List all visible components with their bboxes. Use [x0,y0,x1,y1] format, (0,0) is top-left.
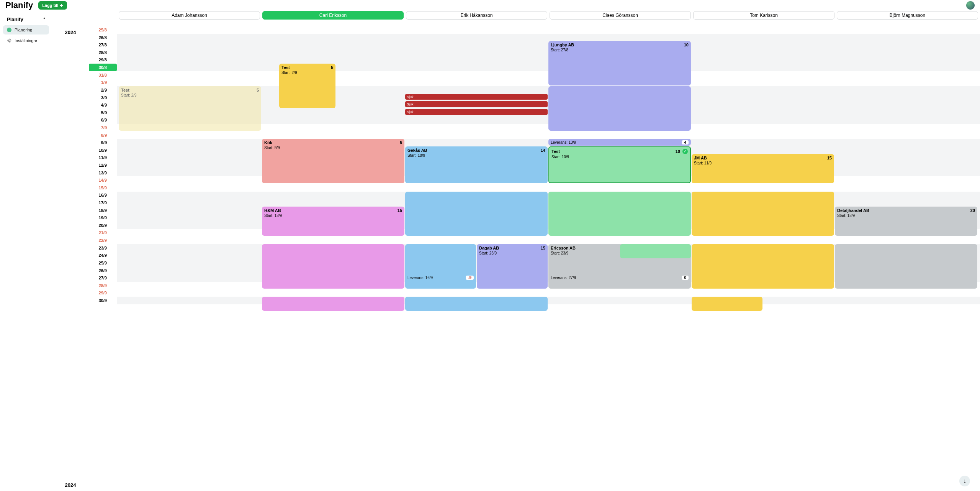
planning-block[interactable] [692,244,834,289]
date-row: 2/9 [89,86,117,94]
planning-block[interactable]: Ljungby AB10Start: 27/8 [548,41,691,85]
planning-block[interactable]: Test10✓Start: 10/9 [548,146,691,183]
block-title-row: JM AB15 [694,156,832,160]
block-title-row: Test5 [121,88,259,92]
date-row: 9/9 [89,139,117,146]
planning-block[interactable]: Dagab AB15Start: 23/9 [477,244,548,289]
date-row: 5/9 [89,109,117,117]
planning-block[interactable]: Test5Start: 2/9 [119,86,261,131]
date-row: 20/9 [89,222,117,229]
block-title-row: Test5 [281,65,334,70]
delivery-bar[interactable]: Leverans: 13/94 [548,139,691,146]
delivery-bar[interactable]: Leverans: 16/9-9 [405,274,476,281]
block-subtitle: Start: 2/9 [121,93,259,97]
planning-grid[interactable]: Adam JohanssonCarl ErikssonErik Håkansso… [117,11,980,491]
year-label-bottom: 2024 [52,482,89,488]
planning-block[interactable] [405,244,476,289]
block-title: JM AB [694,156,707,160]
date-row: 23/9 [89,244,117,252]
block-title: Ericsson AB [551,246,576,250]
delivery-badge: 4 [682,140,689,145]
delivery-bar[interactable]: Leverans: 27/90 [548,274,691,281]
planning-block[interactable] [692,297,762,311]
date-row: 12/9 [89,161,117,169]
date-row: 3/9 [89,94,117,102]
plus-icon: + [60,3,63,8]
block-subtitle: Start: 18/9 [264,213,402,218]
planning-block[interactable] [262,244,404,289]
main-layout: Planify ˄ Planering Inställningar 2024 2… [0,11,980,491]
date-row: 30/9 [89,297,117,304]
date-row: 16/9 [89,192,117,199]
planning-block[interactable]: Test5Start: 2/9 [279,64,336,108]
column-header[interactable]: Erik Håkansson [406,11,547,20]
delivery-badge: 0 [682,276,689,280]
year-column: 2024 2024 [52,11,89,491]
sick-bar[interactable]: Sjuk [405,94,548,100]
avatar[interactable] [966,1,975,10]
planning-block[interactable] [405,192,548,236]
sidebar-item-installningar[interactable]: Inställningar [3,36,49,45]
add-button-label: Lägg till [42,3,58,8]
year-label-top: 2024 [52,30,89,35]
block-title: Ljungby AB [551,43,574,47]
date-row: 6/9 [89,117,117,124]
date-row: 11/9 [89,154,117,162]
planning-block[interactable] [835,244,977,289]
planning-block[interactable] [692,192,834,236]
scroll-down-button[interactable]: ↓ [959,476,970,486]
date-row: 28/8 [89,49,117,56]
block-title: Test [281,65,290,70]
sidebar-item-planering[interactable]: Planering [3,25,49,34]
column-header[interactable]: Tom Karlsson [693,11,834,20]
block-title-row: Detaljhandel AB20 [837,208,975,213]
column-header[interactable]: Adam Johansson [119,11,260,20]
planning-block[interactable]: JM AB15Start: 11/9 [692,154,834,183]
date-row: 15/9 [89,184,117,192]
sidebar-item-label: Inställningar [15,38,37,43]
column-header[interactable]: Carl Eriksson [262,11,404,20]
planning-block[interactable]: Kök5Start: 9/9 [262,139,404,183]
date-row: 1/9 [89,79,117,86]
sick-bar[interactable]: Sjuk [405,101,548,107]
sick-bar[interactable]: Sjuk [405,109,548,115]
block-subtitle: Start: 10/9 [551,155,688,159]
block-title: Gekås AB [407,148,427,153]
planning-block[interactable]: Gekås AB14Start: 10/9 [405,146,548,183]
block-value: 10 [676,149,680,154]
date-row: 7/9 [89,124,117,131]
delivery-label: Leverans: 13/9 [551,140,576,145]
date-row: 21/9 [89,229,117,237]
sidebar: Planify ˄ Planering Inställningar [0,11,52,491]
block-title: H&M AB [264,208,281,213]
add-button[interactable]: Lägg till + [38,1,67,10]
date-row: 30/8 [89,64,117,71]
column-header[interactable]: Björn Magnusson [837,11,978,20]
planning-block[interactable] [548,86,691,131]
planning-block[interactable] [548,192,691,236]
planning-block[interactable] [262,297,404,311]
date-row: 27/9 [89,274,117,282]
planning-block[interactable]: H&M AB15Start: 18/9 [262,207,404,236]
planning-block[interactable] [405,297,548,311]
column-header[interactable]: Claes Göransson [550,11,691,20]
svg-point-0 [8,40,10,42]
globe-icon [7,28,11,32]
block-title-row: Test10✓ [551,149,688,154]
date-row: 22/9 [89,236,117,244]
planning-block[interactable] [620,244,691,258]
date-row: 28/9 [89,282,117,289]
block-title-row: Dagab AB15 [479,246,545,250]
block-value: 15 [827,156,832,160]
block-subtitle: Start: 23/9 [479,251,545,255]
blocks-layer: Ljungby AB10Start: 27/8Test5Start: 2/9Te… [117,11,980,491]
date-row: 18/9 [89,207,117,214]
date-row: 17/9 [89,199,117,207]
block-title-row: H&M AB15 [264,208,402,213]
planning-block[interactable]: Detaljhandel AB20Start: 18/9 [835,207,977,236]
column-headers: Adam JohanssonCarl ErikssonErik Håkansso… [119,11,978,20]
block-title: Test [121,88,129,92]
date-row: 25/9 [89,259,117,267]
sidebar-heading[interactable]: Planify ˄ [3,15,49,24]
block-value: 15 [398,208,402,213]
